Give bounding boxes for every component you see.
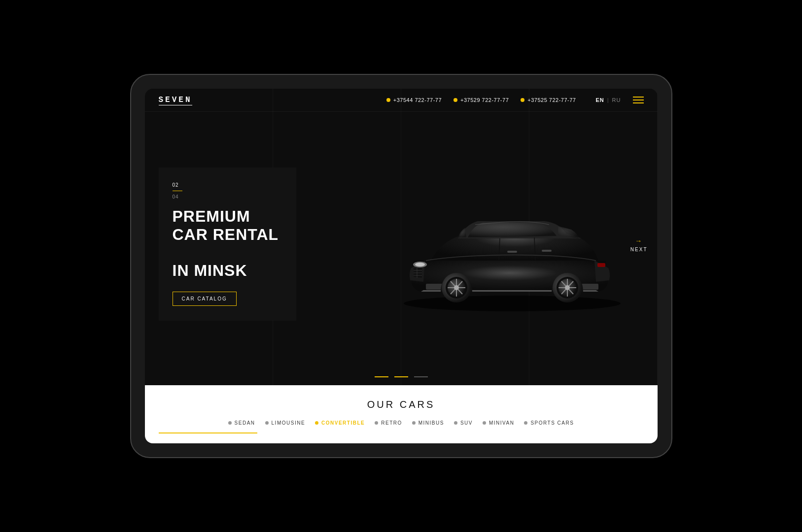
svg-rect-3 <box>507 251 517 253</box>
hero-heading: PREMIUM CAR RENTAL IN MINSK <box>173 207 279 280</box>
logo: SEVEN <box>159 96 192 104</box>
tablet-frame: SEVEN +37544 722-77-77 +37529 722-77-77 … <box>130 74 672 458</box>
next-arrow-icon: → <box>635 236 643 244</box>
hero-section: SEVEN +37544 722-77-77 +37529 722-77-77 … <box>145 89 658 385</box>
svg-rect-4 <box>542 250 552 252</box>
phone-2: +37529 722-77-77 <box>453 97 509 103</box>
category-retro[interactable]: RETRO <box>375 420 402 426</box>
hero-content: 02 04 PREMIUM CAR RENTAL IN MINSK CAR CA… <box>145 112 658 376</box>
slide-indicators <box>145 376 658 385</box>
category-dot <box>524 421 527 425</box>
slide-dot-2[interactable] <box>394 376 408 377</box>
svg-point-29 <box>565 285 570 290</box>
language-switcher: EN | RU <box>595 97 621 103</box>
category-dot <box>412 421 416 425</box>
hamburger-line-1 <box>633 97 644 98</box>
hamburger-menu[interactable] <box>633 97 644 103</box>
phone-dot-3 <box>521 98 524 102</box>
phone-3: +37525 722-77-77 <box>521 97 576 103</box>
car-categories: SEDANLIMOUSINECONVERTIBLERETROMINIBUSSUV… <box>159 420 644 426</box>
phone-1: +37544 722-77-77 <box>386 97 442 103</box>
slide-counter: 02 04 <box>173 182 279 200</box>
category-dot <box>483 421 486 425</box>
phone-dot-1 <box>386 98 390 102</box>
hamburger-line-2 <box>633 100 644 100</box>
slide-dot-3[interactable] <box>414 376 428 377</box>
category-dot <box>265 421 269 425</box>
svg-point-10 <box>415 263 425 266</box>
svg-point-0 <box>404 296 621 311</box>
navbar: SEVEN +37544 722-77-77 +37529 722-77-77 … <box>145 89 658 112</box>
category-suv[interactable]: SUV <box>454 420 473 426</box>
car-illustration <box>382 169 638 317</box>
category-sedan[interactable]: SEDAN <box>228 420 255 426</box>
category-dot <box>375 421 378 425</box>
hero-text-area: 02 04 PREMIUM CAR RENTAL IN MINSK CAR CA… <box>159 167 297 321</box>
our-cars-title: Our Cars <box>159 399 644 410</box>
lang-ru[interactable]: RU <box>612 97 621 103</box>
lang-divider: | <box>607 97 609 103</box>
svg-rect-11 <box>597 263 605 267</box>
category-dot <box>454 421 457 425</box>
category-dot <box>315 421 318 425</box>
slide-counter-line <box>173 191 182 191</box>
phone-dot-2 <box>453 98 457 102</box>
svg-point-21 <box>454 285 459 290</box>
car-catalog-button[interactable]: CAR CATALOG <box>173 292 237 306</box>
slide-dot-1[interactable] <box>375 376 388 377</box>
category-minivan[interactable]: MINIVAN <box>483 420 514 426</box>
active-category-underline <box>159 432 257 433</box>
car-image <box>382 169 638 319</box>
lang-en[interactable]: EN <box>595 97 604 103</box>
category-sports-cars[interactable]: SPORTS CARS <box>524 420 574 426</box>
category-minibus[interactable]: MINIBUS <box>412 420 444 426</box>
our-cars-section: Our Cars SEDANLIMOUSINECONVERTIBLERETROM… <box>145 385 658 443</box>
category-convertible[interactable]: CONVERTIBLE <box>315 420 365 426</box>
phone-group: +37544 722-77-77 +37529 722-77-77 +37525… <box>386 97 576 103</box>
category-dot <box>228 421 232 425</box>
hamburger-line-3 <box>633 102 644 103</box>
next-button[interactable]: → NEXT <box>630 236 648 252</box>
website: SEVEN +37544 722-77-77 +37529 722-77-77 … <box>145 89 658 443</box>
category-limousine[interactable]: LIMOUSINE <box>265 420 306 426</box>
